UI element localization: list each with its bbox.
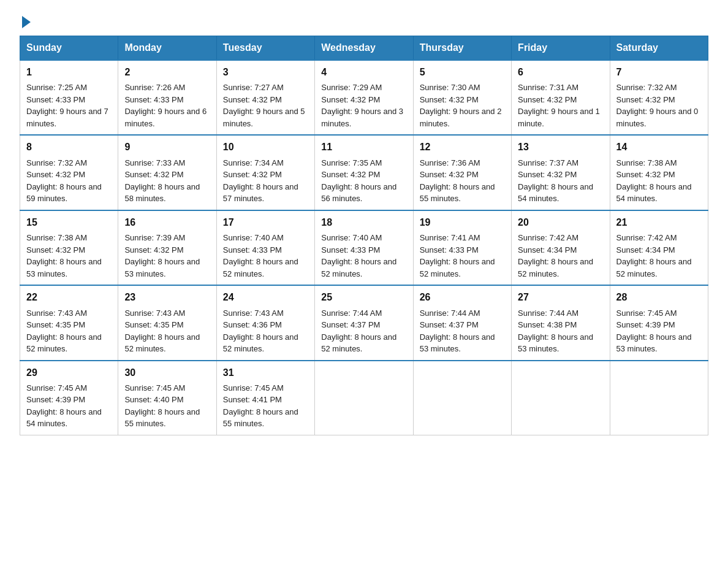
day-number: 13 xyxy=(518,140,603,154)
calendar-cell: 20Sunrise: 7:42 AMSunset: 4:34 PMDayligh… xyxy=(512,210,610,285)
day-info: Sunrise: 7:39 AMSunset: 4:32 PMDaylight:… xyxy=(124,232,210,280)
day-info: Sunrise: 7:30 AMSunset: 4:32 PMDaylight:… xyxy=(420,82,505,129)
calendar-cell: 12Sunrise: 7:36 AMSunset: 4:32 PMDayligh… xyxy=(413,135,511,210)
day-number: 20 xyxy=(518,216,603,229)
header xyxy=(20,15,708,25)
calendar-cell: 14Sunrise: 7:38 AMSunset: 4:32 PMDayligh… xyxy=(610,135,708,210)
day-info: Sunrise: 7:37 AMSunset: 4:32 PMDaylight:… xyxy=(518,157,603,205)
calendar-cell: 22Sunrise: 7:43 AMSunset: 4:35 PMDayligh… xyxy=(20,285,118,360)
day-number: 8 xyxy=(26,140,112,154)
day-info: Sunrise: 7:43 AMSunset: 4:35 PMDaylight:… xyxy=(124,307,210,355)
day-number: 19 xyxy=(420,216,505,229)
calendar-cell: 11Sunrise: 7:35 AMSunset: 4:32 PMDayligh… xyxy=(315,135,413,210)
day-info: Sunrise: 7:32 AMSunset: 4:32 PMDaylight:… xyxy=(26,157,112,205)
day-number: 10 xyxy=(223,140,308,154)
day-info: Sunrise: 7:31 AMSunset: 4:32 PMDaylight:… xyxy=(518,82,603,129)
calendar-cell: 8Sunrise: 7:32 AMSunset: 4:32 PMDaylight… xyxy=(20,135,118,210)
calendar-cell xyxy=(512,361,610,435)
day-number: 17 xyxy=(223,216,308,229)
calendar-cell: 7Sunrise: 7:32 AMSunset: 4:32 PMDaylight… xyxy=(610,60,708,135)
day-info: Sunrise: 7:45 AMSunset: 4:41 PMDaylight:… xyxy=(223,382,308,430)
calendar-cell: 27Sunrise: 7:44 AMSunset: 4:38 PMDayligh… xyxy=(512,285,610,360)
calendar-cell: 9Sunrise: 7:33 AMSunset: 4:32 PMDaylight… xyxy=(118,135,216,210)
calendar-cell: 2Sunrise: 7:26 AMSunset: 4:33 PMDaylight… xyxy=(118,60,216,135)
calendar-cell: 16Sunrise: 7:39 AMSunset: 4:32 PMDayligh… xyxy=(118,210,216,285)
logo-triangle-icon xyxy=(22,16,31,28)
day-number: 3 xyxy=(223,66,308,79)
day-number: 5 xyxy=(420,66,505,79)
calendar-header-thursday: Thursday xyxy=(413,36,511,61)
calendar-cell: 23Sunrise: 7:43 AMSunset: 4:35 PMDayligh… xyxy=(118,285,216,360)
calendar-cell xyxy=(610,361,708,435)
day-info: Sunrise: 7:36 AMSunset: 4:32 PMDaylight:… xyxy=(420,157,505,205)
day-number: 11 xyxy=(321,140,406,154)
calendar-header-saturday: Saturday xyxy=(610,36,708,61)
day-number: 4 xyxy=(321,66,406,79)
day-number: 12 xyxy=(420,140,505,154)
day-info: Sunrise: 7:44 AMSunset: 4:38 PMDaylight:… xyxy=(518,307,603,355)
calendar-header-tuesday: Tuesday xyxy=(216,36,314,61)
day-info: Sunrise: 7:41 AMSunset: 4:33 PMDaylight:… xyxy=(420,232,505,280)
calendar-cell: 19Sunrise: 7:41 AMSunset: 4:33 PMDayligh… xyxy=(413,210,511,285)
day-number: 9 xyxy=(124,140,210,154)
calendar-cell: 15Sunrise: 7:38 AMSunset: 4:32 PMDayligh… xyxy=(20,210,118,285)
day-number: 29 xyxy=(26,366,112,380)
calendar-cell: 30Sunrise: 7:45 AMSunset: 4:40 PMDayligh… xyxy=(118,361,216,435)
calendar-cell: 18Sunrise: 7:40 AMSunset: 4:33 PMDayligh… xyxy=(315,210,413,285)
calendar-cell: 31Sunrise: 7:45 AMSunset: 4:41 PMDayligh… xyxy=(216,361,314,435)
day-info: Sunrise: 7:38 AMSunset: 4:32 PMDaylight:… xyxy=(616,157,702,205)
calendar-header-wednesday: Wednesday xyxy=(315,36,413,61)
calendar-cell: 17Sunrise: 7:40 AMSunset: 4:33 PMDayligh… xyxy=(216,210,314,285)
calendar-header-row: SundayMondayTuesdayWednesdayThursdayFrid… xyxy=(20,36,708,61)
day-number: 14 xyxy=(616,140,702,154)
day-info: Sunrise: 7:26 AMSunset: 4:33 PMDaylight:… xyxy=(124,82,210,129)
day-info: Sunrise: 7:32 AMSunset: 4:32 PMDaylight:… xyxy=(616,82,702,129)
calendar-cell: 4Sunrise: 7:29 AMSunset: 4:32 PMDaylight… xyxy=(315,60,413,135)
calendar-week-row: 22Sunrise: 7:43 AMSunset: 4:35 PMDayligh… xyxy=(20,285,708,360)
calendar-cell: 26Sunrise: 7:44 AMSunset: 4:37 PMDayligh… xyxy=(413,285,511,360)
day-info: Sunrise: 7:29 AMSunset: 4:32 PMDaylight:… xyxy=(321,82,406,129)
day-number: 26 xyxy=(420,291,505,304)
calendar-header-sunday: Sunday xyxy=(20,36,118,61)
day-info: Sunrise: 7:45 AMSunset: 4:40 PMDaylight:… xyxy=(124,382,210,430)
calendar-table: SundayMondayTuesdayWednesdayThursdayFrid… xyxy=(20,36,708,435)
calendar-cell: 28Sunrise: 7:45 AMSunset: 4:39 PMDayligh… xyxy=(610,285,708,360)
day-info: Sunrise: 7:42 AMSunset: 4:34 PMDaylight:… xyxy=(616,232,702,280)
day-number: 15 xyxy=(26,216,112,229)
calendar-cell: 5Sunrise: 7:30 AMSunset: 4:32 PMDaylight… xyxy=(413,60,511,135)
day-number: 1 xyxy=(26,66,112,79)
calendar-cell: 25Sunrise: 7:44 AMSunset: 4:37 PMDayligh… xyxy=(315,285,413,360)
calendar-cell: 1Sunrise: 7:25 AMSunset: 4:33 PMDaylight… xyxy=(20,60,118,135)
day-number: 16 xyxy=(124,216,210,229)
day-info: Sunrise: 7:33 AMSunset: 4:32 PMDaylight:… xyxy=(124,157,210,205)
day-info: Sunrise: 7:44 AMSunset: 4:37 PMDaylight:… xyxy=(420,307,505,355)
calendar-cell: 24Sunrise: 7:43 AMSunset: 4:36 PMDayligh… xyxy=(216,285,314,360)
calendar-header-monday: Monday xyxy=(118,36,216,61)
calendar-cell: 29Sunrise: 7:45 AMSunset: 4:39 PMDayligh… xyxy=(20,361,118,435)
day-info: Sunrise: 7:34 AMSunset: 4:32 PMDaylight:… xyxy=(223,157,308,205)
day-info: Sunrise: 7:27 AMSunset: 4:32 PMDaylight:… xyxy=(223,82,308,129)
day-number: 7 xyxy=(616,66,702,79)
day-info: Sunrise: 7:40 AMSunset: 4:33 PMDaylight:… xyxy=(223,232,308,280)
calendar-cell: 13Sunrise: 7:37 AMSunset: 4:32 PMDayligh… xyxy=(512,135,610,210)
calendar-cell: 3Sunrise: 7:27 AMSunset: 4:32 PMDaylight… xyxy=(216,60,314,135)
day-number: 22 xyxy=(26,291,112,304)
day-number: 6 xyxy=(518,66,603,79)
day-number: 25 xyxy=(321,291,406,304)
day-number: 21 xyxy=(616,216,702,229)
calendar-week-row: 15Sunrise: 7:38 AMSunset: 4:32 PMDayligh… xyxy=(20,210,708,285)
calendar-week-row: 1Sunrise: 7:25 AMSunset: 4:33 PMDaylight… xyxy=(20,60,708,135)
day-info: Sunrise: 7:43 AMSunset: 4:36 PMDaylight:… xyxy=(223,307,308,355)
day-number: 30 xyxy=(124,366,210,380)
calendar-cell: 6Sunrise: 7:31 AMSunset: 4:32 PMDaylight… xyxy=(512,60,610,135)
calendar-header-friday: Friday xyxy=(512,36,610,61)
day-info: Sunrise: 7:45 AMSunset: 4:39 PMDaylight:… xyxy=(616,307,702,355)
day-info: Sunrise: 7:35 AMSunset: 4:32 PMDaylight:… xyxy=(321,157,406,205)
day-info: Sunrise: 7:44 AMSunset: 4:37 PMDaylight:… xyxy=(321,307,406,355)
day-number: 27 xyxy=(518,291,603,304)
day-number: 23 xyxy=(124,291,210,304)
calendar-week-row: 29Sunrise: 7:45 AMSunset: 4:39 PMDayligh… xyxy=(20,361,708,435)
day-info: Sunrise: 7:25 AMSunset: 4:33 PMDaylight:… xyxy=(26,82,112,129)
calendar-cell: 10Sunrise: 7:34 AMSunset: 4:32 PMDayligh… xyxy=(216,135,314,210)
calendar-cell: 21Sunrise: 7:42 AMSunset: 4:34 PMDayligh… xyxy=(610,210,708,285)
